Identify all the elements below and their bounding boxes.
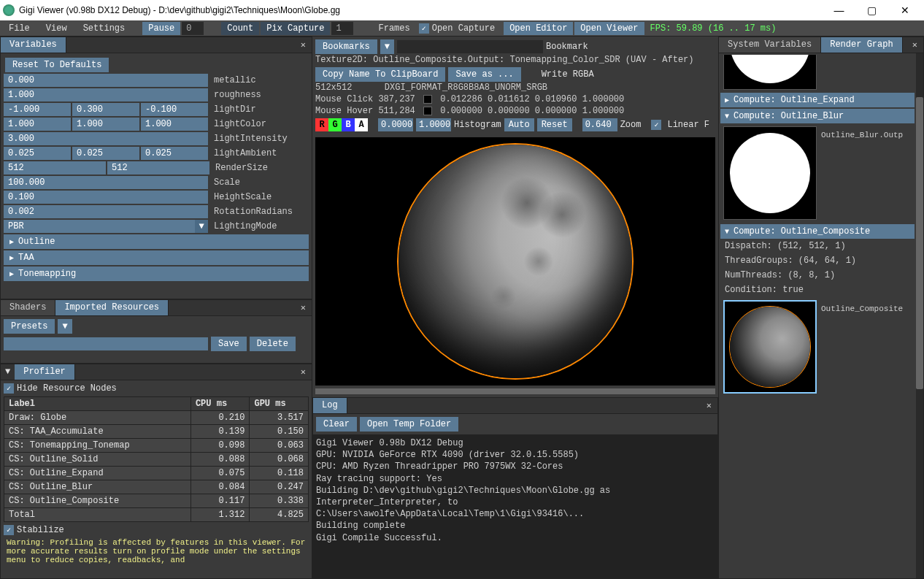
profiler-close-icon[interactable]: ✕	[295, 364, 312, 380]
open-viewer-button[interactable]: Open Viewer	[574, 22, 644, 35]
variable-input[interactable]	[4, 132, 208, 145]
pix-capture-button[interactable]: Pix Capture	[261, 22, 330, 35]
render-graph-thumbnail[interactable]	[723, 126, 817, 220]
variable-input[interactable]	[4, 103, 71, 116]
variable-input[interactable]	[4, 205, 208, 218]
shaders-tab[interactable]: Shaders	[1, 300, 55, 315]
copy-name-button[interactable]: Copy Name To ClipBoard	[315, 67, 445, 82]
variables-close-icon[interactable]: ✕	[295, 37, 312, 53]
variables-tab[interactable]: Variables	[1, 37, 66, 53]
pause-value[interactable]: 0	[182, 22, 204, 35]
histogram-max-input[interactable]: 1.0000	[416, 118, 451, 131]
render-graph-node-header[interactable]: ▼Compute: Outline_Composite	[720, 224, 915, 239]
profiler-header[interactable]: CPU ms	[190, 397, 250, 411]
render-graph-close-icon[interactable]: ✕	[906, 37, 923, 53]
profiler-tab[interactable]: Profiler	[15, 364, 75, 380]
variable-input[interactable]	[72, 103, 139, 116]
profiler-header[interactable]: Label	[4, 397, 191, 411]
variable-input[interactable]	[141, 118, 208, 131]
render-graph-tab[interactable]: Render Graph	[821, 37, 902, 53]
profiler-header[interactable]: GPU ms	[250, 397, 309, 411]
delete-preset-button[interactable]: Delete	[250, 337, 296, 351]
profiler-label-cell: CS: Outline_Solid	[4, 453, 191, 467]
variable-input[interactable]	[4, 147, 71, 160]
variable-label: metallic	[209, 75, 256, 85]
log-open-temp-button[interactable]: Open Temp Folder	[360, 417, 458, 432]
collapsible-section[interactable]: ▶TAA	[4, 250, 309, 265]
profiler-dropdown-icon[interactable]: ▼	[1, 364, 15, 380]
linear-filter-checkbox[interactable]: ✓	[651, 120, 661, 130]
pause-button[interactable]: Pause	[142, 22, 180, 35]
menu-file[interactable]: File	[1, 22, 37, 35]
dropdown-arrow-icon[interactable]: ▼	[195, 220, 208, 233]
variable-input[interactable]	[72, 118, 139, 131]
log-close-icon[interactable]: ✕	[701, 398, 717, 413]
variable-input[interactable]	[141, 147, 208, 160]
viewport-hscrollbar[interactable]	[315, 388, 715, 394]
variable-input[interactable]	[4, 176, 208, 189]
render-graph-node-header[interactable]: ▼Compute: Outline_Blur	[720, 109, 915, 123]
pix-capture-value[interactable]: 1	[331, 22, 353, 35]
hide-resource-nodes-checkbox[interactable]: ✓	[4, 383, 14, 394]
viewer-info-panel: Bookmarks ▼ Bookmark Texture2D: Outline_…	[312, 37, 718, 134]
close-button[interactable]: ✕	[888, 0, 921, 20]
stabilize-checkbox[interactable]: ✓	[4, 525, 14, 535]
profiler-value-cell: 0.075	[190, 467, 250, 480]
profiler-row[interactable]: CS: Tonemapping_Tonemap0.0980.063	[4, 439, 309, 453]
histogram-auto-button[interactable]: Auto	[504, 118, 534, 131]
open-capture-checkbox[interactable]: ✓	[419, 23, 429, 34]
shaders-close-icon[interactable]: ✕	[295, 300, 312, 315]
bookmark-input[interactable]	[397, 40, 543, 53]
open-editor-button[interactable]: Open Editor	[504, 22, 573, 35]
profiler-row[interactable]: CS: TAA_Accumulate0.1390.150	[4, 425, 309, 439]
imported-resources-tab[interactable]: Imported Resources	[55, 300, 169, 315]
render-graph-node-header[interactable]: ▶Compute: Outline_Expand	[720, 93, 915, 107]
variable-input[interactable]	[72, 147, 139, 160]
collapsible-section[interactable]: ▶Tonemapping	[4, 267, 309, 281]
save-as-button[interactable]: Save as ...	[448, 67, 520, 82]
menu-view[interactable]: View	[39, 22, 74, 35]
profiler-row[interactable]: CS: Outline_Blur0.0840.247	[4, 480, 309, 494]
expand-arrow-icon: ▶	[9, 269, 14, 278]
minimize-button[interactable]: —	[823, 0, 855, 20]
variable-input[interactable]	[107, 161, 209, 175]
channel-a-button[interactable]: A	[355, 118, 368, 131]
histogram-min-input[interactable]: 0.0000	[378, 118, 413, 131]
render-graph-thumbnail[interactable]	[723, 300, 817, 394]
save-preset-button[interactable]: Save	[211, 337, 247, 351]
log-clear-button[interactable]: Clear	[316, 417, 357, 432]
profiler-row[interactable]: CS: Outline_Composite0.1170.338	[4, 494, 309, 508]
lighting-mode-select[interactable]: PBR	[4, 220, 195, 233]
profiler-row[interactable]: Total1.3124.825	[4, 508, 309, 522]
zoom-input[interactable]: 0.640	[582, 118, 617, 131]
bookmarks-dropdown-icon[interactable]: ▼	[380, 39, 394, 54]
texture-viewport[interactable]	[315, 137, 715, 386]
render-graph-vscrollbar[interactable]	[916, 53, 923, 578]
preset-name-input[interactable]	[4, 337, 208, 350]
menu-settings[interactable]: Settings	[76, 22, 133, 35]
collapsible-section[interactable]: ▶Outline	[4, 234, 309, 249]
variable-input[interactable]	[4, 88, 208, 101]
variable-input[interactable]	[4, 74, 208, 87]
count-button[interactable]: Count	[221, 22, 259, 35]
bookmarks-button[interactable]: Bookmarks	[315, 39, 377, 54]
reset-to-defaults-button[interactable]: Reset To Defaults	[5, 58, 109, 72]
profiler-row[interactable]: CS: Outline_Expand0.0750.118	[4, 467, 309, 480]
variable-input[interactable]	[4, 118, 71, 131]
channel-b-button[interactable]: B	[342, 118, 355, 131]
node-info-line: ThreadGroups: (64, 64, 1)	[720, 253, 915, 268]
histogram-reset-button[interactable]: Reset	[537, 118, 572, 131]
profiler-label-cell: CS: Outline_Composite	[4, 494, 191, 508]
log-output[interactable]: Gigi Viewer 0.98b DX12 DebugGPU: NVIDIA …	[313, 434, 717, 578]
presets-dropdown-icon[interactable]: ▼	[58, 319, 72, 334]
log-tab[interactable]: Log	[313, 398, 347, 413]
variable-input[interactable]	[4, 161, 106, 175]
channel-r-button[interactable]: R	[315, 118, 328, 131]
variable-input[interactable]	[141, 103, 208, 116]
variable-input[interactable]	[4, 191, 208, 204]
channel-g-button[interactable]: G	[328, 118, 342, 131]
system-variables-tab[interactable]: System Variables	[719, 37, 821, 53]
maximize-button[interactable]: ▢	[855, 0, 888, 20]
profiler-row[interactable]: Draw: Globe0.2103.517	[4, 411, 309, 425]
profiler-row[interactable]: CS: Outline_Solid0.0880.068	[4, 453, 309, 467]
